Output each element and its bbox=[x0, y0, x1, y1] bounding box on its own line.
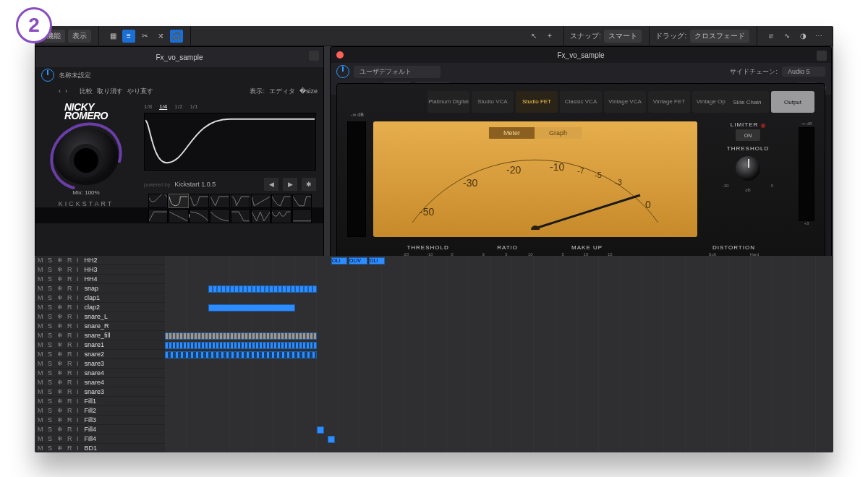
limiter-on-button[interactable]: ON bbox=[736, 129, 760, 141]
preset-cell[interactable] bbox=[169, 209, 188, 223]
pointer-icon[interactable]: ↖ bbox=[527, 30, 540, 43]
track-row[interactable]: M S ❄ R Isnare2 bbox=[35, 350, 165, 359]
track-row[interactable]: M S ❄ R IFill3 bbox=[35, 416, 165, 425]
preset-next-icon[interactable]: ▶ bbox=[283, 178, 297, 191]
output-db-label: -∞ dB bbox=[801, 121, 812, 126]
track-row[interactable]: M S ❄ R Isnare_fill bbox=[35, 331, 165, 340]
undo-button[interactable]: 取り消す bbox=[97, 87, 123, 96]
track-row[interactable]: M S ❄ R Isnap bbox=[35, 284, 165, 293]
clip[interactable]: OLIV bbox=[349, 257, 367, 265]
preset-cell[interactable] bbox=[148, 194, 168, 208]
power-button[interactable] bbox=[41, 69, 54, 82]
clip[interactable] bbox=[165, 332, 317, 340]
preset-name: Kickstart 1.0.5 bbox=[174, 181, 216, 188]
preset-cell[interactable] bbox=[251, 209, 271, 223]
preset-cell[interactable] bbox=[251, 194, 271, 208]
headphone-icon[interactable]: 🎧 bbox=[170, 30, 183, 43]
drag-value[interactable]: クロスフェード bbox=[690, 30, 749, 43]
track-row[interactable]: M S ❄ R IHH4 bbox=[35, 275, 165, 284]
track-row[interactable]: M S ❄ R Isnare3 bbox=[35, 387, 165, 397]
compare-button[interactable]: 比較 bbox=[80, 87, 93, 96]
balance-icon[interactable]: ◑ bbox=[796, 30, 809, 43]
preset-prev-icon[interactable]: ◀ bbox=[264, 178, 278, 191]
model-button[interactable]: Vintage FET bbox=[648, 91, 690, 113]
window-menu-icon[interactable] bbox=[309, 51, 319, 61]
model-button[interactable]: Vintage VCA bbox=[604, 91, 646, 113]
rate-1-4[interactable]: 1/4 bbox=[159, 103, 167, 110]
power-button[interactable] bbox=[336, 65, 349, 78]
track-row[interactable]: M S ❄ R IFill4 bbox=[35, 425, 165, 434]
close-icon[interactable] bbox=[336, 51, 344, 59]
track-row[interactable]: M S ❄ R Isnare1 bbox=[35, 340, 165, 350]
clip[interactable] bbox=[208, 304, 295, 311]
link-icon[interactable]: �size bbox=[299, 87, 318, 95]
more-icon[interactable]: ⋯ bbox=[812, 30, 825, 43]
clip[interactable] bbox=[165, 351, 317, 358]
clip[interactable]: OLI bbox=[331, 257, 347, 265]
sidechain-value[interactable]: Audio 5 bbox=[782, 66, 825, 77]
nav-prev-icon[interactable]: ‹ bbox=[59, 87, 61, 95]
track-row[interactable]: M S ❄ R IFill2 bbox=[35, 406, 165, 416]
window-menu-icon[interactable] bbox=[817, 51, 827, 61]
sidechain-tab[interactable]: Side Chain bbox=[726, 91, 769, 113]
track-row[interactable]: M S ❄ R IHH3 bbox=[35, 265, 165, 275]
model-button[interactable]: Platinum Digital bbox=[427, 91, 469, 113]
track-row[interactable]: M S ❄ R Isnare4 bbox=[35, 378, 165, 387]
preset-cell[interactable] bbox=[271, 209, 291, 223]
list-icon[interactable]: ≡ bbox=[122, 30, 135, 43]
track-row[interactable]: M S ❄ R IFill4 bbox=[35, 434, 165, 444]
preset-cell[interactable] bbox=[190, 209, 209, 223]
track-row[interactable]: M S ❄ R Iclap2 bbox=[35, 303, 165, 312]
preset-cell[interactable] bbox=[190, 194, 209, 208]
preset-cell[interactable] bbox=[210, 209, 229, 223]
clip[interactable]: OLI bbox=[369, 257, 385, 265]
track-row[interactable]: M S ❄ R IHH2 bbox=[35, 256, 165, 265]
preset-cell[interactable] bbox=[271, 194, 291, 208]
envelope-display[interactable] bbox=[144, 113, 316, 171]
preset-cell[interactable] bbox=[169, 194, 188, 208]
clip[interactable] bbox=[317, 426, 324, 434]
track-row[interactable]: M S ❄ R Isnare_L bbox=[35, 312, 165, 322]
preset-cell[interactable] bbox=[210, 194, 229, 208]
output-tab[interactable]: Output bbox=[771, 91, 814, 113]
mix-knob[interactable] bbox=[54, 128, 119, 185]
snap-value[interactable]: スマート bbox=[604, 30, 642, 43]
clip[interactable] bbox=[165, 342, 317, 349]
preset-dropdown[interactable]: 名称未設定 bbox=[59, 71, 145, 80]
waveform-icon[interactable]: ∿ bbox=[780, 30, 793, 43]
view-menu[interactable]: 表示 bbox=[68, 30, 91, 43]
rate-1-2[interactable]: 1/2 bbox=[174, 103, 182, 110]
preset-cell[interactable] bbox=[292, 194, 312, 208]
scissors-icon[interactable]: ✂ bbox=[138, 30, 151, 43]
redo-button[interactable]: やり直す bbox=[127, 87, 153, 96]
nav-next-icon[interactable]: › bbox=[65, 87, 67, 95]
model-button[interactable]: Studio FET bbox=[516, 91, 558, 113]
track-row[interactable]: M S ❄ R IFill1 bbox=[35, 397, 165, 406]
track-row[interactable]: M S ❄ R Isnare_R bbox=[35, 322, 165, 331]
rate-1-1[interactable]: 1/1 bbox=[190, 103, 197, 110]
track-row[interactable]: M S ❄ R Iclap1 bbox=[35, 293, 165, 303]
tuning-icon[interactable]: ⎚ bbox=[765, 30, 778, 43]
preset-cell[interactable] bbox=[292, 209, 312, 223]
preset-cell[interactable] bbox=[148, 209, 168, 223]
daw-window: 機能 表示 ▦ ≡ ✂ ⤨ 🎧 ↖ + スナップ: スマート ドラッグ: クロス… bbox=[35, 26, 833, 452]
add-tool-icon[interactable]: + bbox=[543, 30, 556, 43]
grid-icon[interactable]: ▦ bbox=[106, 30, 119, 43]
arrangement-grid[interactable]: OLI OLIV OLI bbox=[165, 256, 833, 452]
rate-1-8[interactable]: 1/8 bbox=[144, 103, 152, 110]
settings-icon[interactable]: ✱ bbox=[302, 178, 316, 191]
svg-text:-3: -3 bbox=[615, 178, 622, 186]
preset-cell[interactable] bbox=[231, 194, 250, 208]
show-value[interactable]: エディタ bbox=[269, 87, 295, 96]
loop-icon[interactable]: ⤨ bbox=[154, 30, 167, 43]
clip[interactable] bbox=[328, 436, 335, 443]
track-row[interactable]: M S ❄ R Isnare3 bbox=[35, 359, 165, 369]
clip[interactable] bbox=[208, 285, 317, 293]
track-row[interactable]: M S ❄ R IBD1 bbox=[35, 444, 165, 452]
limiter-threshold-knob[interactable] bbox=[736, 156, 760, 181]
preset-cell[interactable] bbox=[231, 209, 250, 223]
track-row[interactable]: M S ❄ R Isnare4 bbox=[35, 369, 165, 378]
model-button[interactable]: Classic VCA bbox=[560, 91, 602, 113]
preset-dropdown[interactable]: ユーザデフォルト bbox=[354, 66, 441, 78]
model-button[interactable]: Studio VCA bbox=[472, 91, 514, 113]
